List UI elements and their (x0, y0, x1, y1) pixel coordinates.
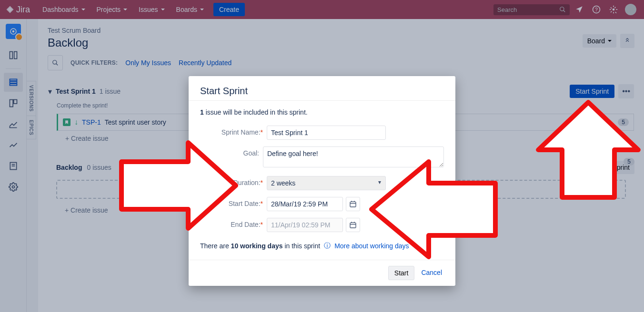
input-end-date (267, 218, 343, 232)
modal-info: 1 issue will be included in this sprint. (200, 108, 444, 116)
modal-start-button[interactable]: Start (388, 266, 415, 280)
info-icon: ⓘ (324, 242, 331, 250)
calendar-start-icon[interactable] (346, 197, 360, 211)
working-days-info: There are 10 working days in this sprint… (200, 242, 444, 250)
modal-backdrop: Start Sprint 1 issue will be included in… (0, 0, 644, 312)
label-goal: Goal: (200, 146, 263, 157)
label-end-date: End Date:* (200, 218, 267, 228)
label-sprint-name: Sprint Name:* (200, 126, 267, 136)
start-sprint-modal: Start Sprint 1 issue will be included in… (189, 76, 455, 286)
input-start-date[interactable] (267, 197, 343, 211)
modal-cancel-link[interactable]: Cancel (419, 266, 444, 280)
svg-rect-20 (350, 202, 356, 207)
label-duration: Duration:* (200, 176, 267, 186)
more-working-days-link[interactable]: More about working days (334, 242, 409, 250)
svg-rect-24 (350, 223, 356, 228)
input-sprint-name[interactable] (267, 126, 386, 140)
select-duration[interactable]: 2 weeks (267, 176, 386, 190)
calendar-end-icon[interactable] (346, 218, 360, 232)
modal-title: Start Sprint (200, 86, 444, 97)
input-goal[interactable]: Define goal here! (263, 146, 444, 167)
label-start-date: Start Date:* (200, 197, 267, 207)
